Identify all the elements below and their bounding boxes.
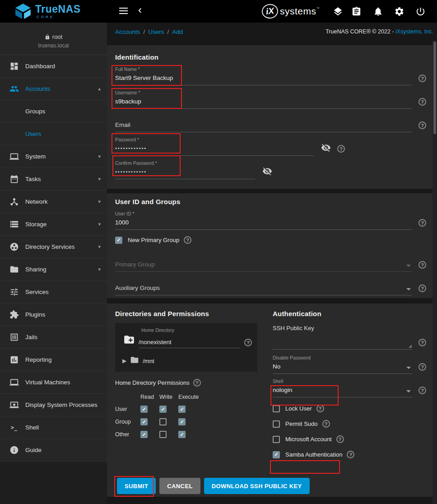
new-primary-group-checkbox[interactable] bbox=[115, 237, 122, 244]
settings-gear-icon[interactable] bbox=[394, 6, 404, 17]
microsoft-account-checkbox[interactable] bbox=[273, 436, 280, 443]
email-field[interactable]: Email bbox=[115, 113, 412, 132]
eye-off-icon[interactable] bbox=[262, 166, 272, 178]
vertical-scrollbar[interactable] bbox=[432, 41, 437, 504]
help-icon[interactable]: ? bbox=[418, 75, 426, 82]
back-chevron-icon[interactable]: ‹ bbox=[138, 4, 142, 17]
group-execute-checkbox[interactable] bbox=[178, 418, 186, 425]
sidebar-item-storage[interactable]: Storage ▾ bbox=[0, 213, 107, 236]
accounts-people-icon bbox=[9, 84, 19, 94]
sidebar-item-virtual-machines[interactable]: Virtual Machines bbox=[0, 371, 107, 394]
help-icon[interactable]: ? bbox=[418, 363, 426, 371]
samba-authentication-checkbox[interactable] bbox=[273, 451, 280, 458]
help-icon[interactable]: ? bbox=[193, 379, 201, 387]
permit-sudo-checkbox[interactable] bbox=[273, 420, 280, 428]
sidebar-item-system[interactable]: System ▾ bbox=[0, 145, 107, 168]
hostname: truenas.local bbox=[0, 42, 107, 49]
expand-arrow-icon[interactable]: ▶ bbox=[122, 358, 126, 364]
help-icon[interactable]: ? bbox=[418, 98, 426, 106]
sidebar-item-display-system-processes[interactable]: Display System Processes bbox=[0, 394, 107, 416]
network-hub-icon bbox=[9, 197, 19, 207]
truenas-logo[interactable]: TrueNAS CORE bbox=[14, 3, 81, 20]
username-field[interactable]: Username * s9backup bbox=[115, 90, 412, 109]
sidebar-item-jails[interactable]: Jails bbox=[0, 326, 107, 349]
help-icon[interactable]: ? bbox=[418, 285, 426, 292]
home-directory-field[interactable]: /nonexistent bbox=[139, 339, 240, 348]
sidebar-item-groups[interactable]: Groups bbox=[0, 100, 107, 123]
permit-sudo-label: Permit Sudo bbox=[285, 420, 318, 427]
cancel-button[interactable]: CANCEL bbox=[159, 478, 200, 494]
auxiliary-groups-select[interactable]: Auxiliary Groups bbox=[115, 276, 412, 295]
bar-chart-icon bbox=[9, 355, 19, 365]
sidebar-item-reporting[interactable]: Reporting bbox=[0, 349, 107, 371]
tree-item-mnt[interactable]: ▶ /mnt bbox=[121, 355, 252, 366]
help-icon[interactable]: ? bbox=[418, 387, 426, 394]
breadcrumb-add[interactable]: Add bbox=[172, 28, 183, 35]
sidebar-item-users[interactable]: Users bbox=[0, 123, 107, 145]
layers-icon[interactable] bbox=[333, 6, 343, 17]
lock-icon bbox=[45, 34, 50, 40]
sidebar-item-shell[interactable]: >_ Shell bbox=[0, 416, 107, 439]
brand-text: TrueNAS CORE bbox=[35, 4, 81, 19]
other-read-checkbox[interactable] bbox=[140, 431, 148, 438]
help-icon[interactable]: ? bbox=[418, 219, 426, 227]
help-icon[interactable]: ? bbox=[337, 145, 345, 153]
confirm-password-field[interactable]: Confirm Password * •••••••••••• bbox=[115, 160, 255, 179]
sidebar-item-network[interactable]: Network ▾ bbox=[0, 191, 107, 213]
sidebar-item-label: Jails bbox=[25, 334, 101, 341]
scrollbar-thumb[interactable] bbox=[433, 42, 436, 134]
disable-password-label: Disable Password bbox=[273, 355, 412, 361]
other-execute-checkbox[interactable] bbox=[178, 431, 186, 438]
breadcrumb-accounts[interactable]: Accounts bbox=[115, 28, 140, 35]
full-name-field[interactable]: Full Name * Start9 Server Backup bbox=[115, 66, 412, 85]
sidebar-item-dashboard[interactable]: Dashboard bbox=[0, 55, 107, 78]
brand-name: TrueNAS bbox=[35, 4, 81, 14]
sidebar-item-plugins[interactable]: Plugins bbox=[0, 303, 107, 326]
shell-select[interactable]: Shell nologin bbox=[273, 378, 412, 397]
help-icon[interactable]: ? bbox=[418, 261, 426, 269]
group-read-checkbox[interactable] bbox=[140, 418, 148, 425]
notifications-bell-icon[interactable] bbox=[373, 6, 383, 17]
eye-off-icon[interactable] bbox=[321, 143, 331, 154]
sidebar-item-accounts[interactable]: Accounts ▴ bbox=[0, 78, 107, 100]
sidebar-item-directory-services[interactable]: Directory Services ▾ bbox=[0, 236, 107, 258]
password-field[interactable]: Password * •••••••••••• bbox=[115, 137, 314, 156]
sidebar-item-label: Guide bbox=[25, 447, 101, 453]
lock-user-label: Lock User bbox=[285, 405, 312, 412]
help-icon[interactable]: ? bbox=[336, 435, 344, 443]
clipboard-icon[interactable] bbox=[351, 6, 362, 17]
user-read-checkbox[interactable] bbox=[140, 406, 148, 413]
sidebar-item-services[interactable]: Services bbox=[0, 281, 107, 303]
breadcrumb-users[interactable]: Users bbox=[148, 28, 164, 35]
help-icon[interactable]: ? bbox=[322, 420, 330, 428]
user-id-field[interactable]: User ID * 1000 bbox=[115, 211, 412, 230]
help-icon[interactable]: ? bbox=[244, 339, 252, 346]
user-execute-checkbox[interactable] bbox=[178, 406, 186, 413]
help-icon[interactable]: ? bbox=[316, 405, 324, 412]
sidebar-item-sharing[interactable]: Sharing ▾ bbox=[0, 258, 107, 281]
ssh-public-key-textarea[interactable]: ◢ bbox=[273, 331, 412, 350]
user-write-checkbox[interactable] bbox=[159, 406, 167, 413]
chevron-down-icon bbox=[406, 288, 411, 290]
form-actions: SUBMIT CANCEL DOWNLOAD SSH PUBLIC KEY bbox=[115, 478, 429, 494]
lock-user-checkbox[interactable] bbox=[273, 405, 280, 412]
disable-password-select[interactable]: Disable Password No bbox=[273, 355, 412, 374]
group-write-checkbox[interactable] bbox=[159, 418, 167, 425]
ixsystems-link[interactable]: iXsystems, Inc. bbox=[395, 28, 433, 35]
help-icon[interactable]: ? bbox=[418, 121, 426, 129]
power-icon[interactable] bbox=[415, 6, 426, 17]
primary-group-select[interactable]: Primary Group bbox=[115, 253, 412, 272]
help-icon[interactable]: ? bbox=[347, 451, 354, 458]
menu-icon[interactable] bbox=[119, 8, 128, 16]
other-write-checkbox[interactable] bbox=[159, 431, 167, 438]
new-folder-icon[interactable] bbox=[123, 334, 135, 347]
confirm-password-value: •••••••••••• bbox=[115, 168, 255, 176]
resize-grip-icon[interactable]: ◢ bbox=[409, 344, 412, 348]
download-ssh-key-button[interactable]: DOWNLOAD SSH PUBLIC KEY bbox=[204, 478, 310, 494]
submit-button[interactable]: SUBMIT bbox=[117, 478, 156, 494]
help-icon[interactable]: ? bbox=[184, 236, 191, 244]
sidebar-item-tasks[interactable]: Tasks ▾ bbox=[0, 168, 107, 191]
help-icon[interactable]: ? bbox=[418, 339, 426, 346]
username-value: s9backup bbox=[115, 98, 412, 105]
sidebar-item-guide[interactable]: Guide bbox=[0, 439, 107, 462]
